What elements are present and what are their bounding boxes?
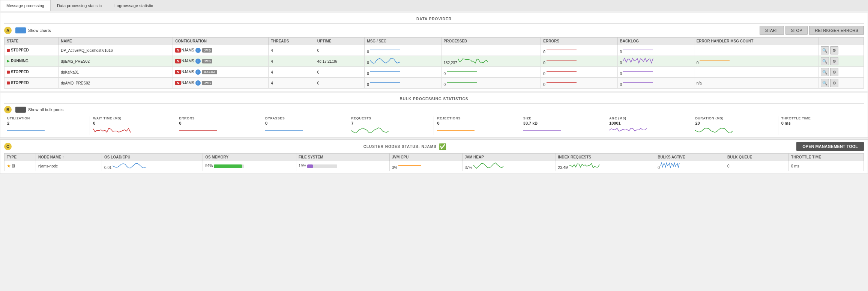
bulk-stat-label: WAIT TIME (MS) bbox=[93, 116, 173, 120]
cluster-title-center: CLUSTER NODES STATUS: NJAMS ✅ bbox=[13, 143, 796, 150]
cell-bulk-queue: 0 bbox=[725, 161, 789, 171]
data-provider-section: DATA PROVIDER A Show charts START STOP R… bbox=[0, 13, 868, 91]
cell-os-load: 0.01 bbox=[102, 161, 203, 171]
cluster-nodes-table: TYPE NODE NAME ↑ OS LOAD/CPU OS MEMORY F… bbox=[4, 153, 864, 171]
cell-errors: 0 bbox=[541, 78, 617, 89]
table-row: STOPPEDdpKafka01NNJAMS i KAFKA400 0 0 0 … bbox=[5, 67, 864, 78]
open-management-tool-button[interactable]: OPEN MANAGEMENT TOOL bbox=[796, 142, 864, 151]
cell-error-handler bbox=[694, 67, 818, 78]
cell-name: dpKafka01 bbox=[59, 67, 173, 78]
bulk-stat-label: REQUESTS bbox=[351, 116, 431, 120]
cell-index-requests: 23.4M bbox=[556, 161, 655, 171]
cell-backlog: 0 bbox=[617, 78, 694, 89]
tab-data-processing[interactable]: Data processing statistic bbox=[51, 0, 108, 11]
cell-backlog: 0 bbox=[617, 45, 694, 56]
bulk-stats-row: UTILIZATION2WAIT TIME (MS)0ERRORS0BYPASS… bbox=[4, 116, 864, 135]
cell-name: DP_ActiveMQ_localhost:61616 bbox=[59, 45, 173, 56]
cell-configuration: NNJAMS i KAFKA bbox=[173, 67, 269, 78]
col-index-requests: INDEX REQUESTS bbox=[556, 154, 655, 161]
bulk-stat-item: SIZE33.7 kB bbox=[520, 116, 606, 135]
bulk-stat-item: ERRORS0 bbox=[176, 116, 262, 135]
bulk-stat-value: 0 bbox=[265, 121, 345, 125]
col-state: STATE bbox=[5, 38, 59, 45]
section-b-badge: B bbox=[4, 106, 12, 113]
tab-logmessage[interactable]: Logmessage statistic bbox=[108, 0, 159, 11]
show-all-bulk-label: Show all bulk pools bbox=[28, 107, 63, 112]
bulk-stat-item: REQUESTS7 bbox=[348, 116, 434, 135]
bulk-stat-item: REJECTIONS0 bbox=[434, 116, 520, 135]
cell-state: STOPPED bbox=[5, 45, 59, 56]
cluster-section: C CLUSTER NODES STATUS: NJAMS ✅ OPEN MAN… bbox=[0, 139, 868, 174]
cell-name: dpEMS_PRES02 bbox=[59, 56, 173, 67]
cell-errors: 0 bbox=[541, 56, 617, 67]
show-all-bulk-toggle[interactable] bbox=[15, 107, 26, 113]
cell-actions: 🔍 ⚙ bbox=[818, 78, 864, 89]
cell-processed: 0 bbox=[441, 67, 541, 78]
bulk-stat-value: 0 ms bbox=[781, 121, 861, 125]
search-button[interactable]: 🔍 bbox=[821, 57, 829, 65]
bulk-stat-value: 10001 bbox=[609, 121, 689, 125]
col-error-handler: ERROR HANDLER MSG COUNT bbox=[694, 38, 818, 45]
col-os-memory: OS MEMORY bbox=[203, 154, 296, 161]
cell-configuration: NNJAMS i JMS bbox=[173, 78, 269, 89]
bulk-processing-section: BULK PROCESSING STATISTICS B Show all bu… bbox=[0, 93, 868, 138]
bulk-stat-label: SIZE bbox=[523, 116, 603, 120]
data-provider-header: DATA PROVIDER bbox=[4, 15, 864, 24]
start-button[interactable]: START bbox=[760, 26, 784, 35]
cell-state: STOPPED bbox=[5, 67, 59, 78]
col-msg-sec: MSG / SEC bbox=[365, 38, 441, 45]
bulk-stat-value: 0 bbox=[179, 121, 259, 125]
star-icon: ★ bbox=[7, 163, 11, 169]
bulk-stat-item: BYPASSES0 bbox=[262, 116, 348, 135]
settings-button[interactable]: ⚙ bbox=[830, 46, 838, 54]
search-button[interactable]: 🔍 bbox=[821, 79, 829, 87]
cell-actions: 🔍 ⚙ bbox=[818, 56, 864, 67]
stop-button[interactable]: STOP bbox=[785, 26, 808, 35]
cell-threads: 4 bbox=[269, 56, 315, 67]
bulk-stat-value: 33.7 kB bbox=[523, 121, 603, 125]
cell-error-handler: n/a bbox=[694, 78, 818, 89]
cell-uptime: 4d 17:21:36 bbox=[315, 56, 365, 67]
col-processed: PROCESSED bbox=[441, 38, 541, 45]
cell-processed: 132,237 bbox=[441, 56, 541, 67]
cell-configuration: NNJAMS i JMS bbox=[173, 45, 269, 56]
bulk-stat-item: THROTTLE TIME0 ms bbox=[778, 116, 864, 126]
col-os-load: OS LOAD/CPU bbox=[102, 154, 203, 161]
cell-processed: 0 bbox=[441, 78, 541, 89]
cell-uptime: 0 bbox=[315, 45, 365, 56]
node-table-row: ★🖥njams-node0.01 94% 19% 3% 37% 23.4M 0 … bbox=[5, 161, 864, 171]
show-charts-toggle[interactable] bbox=[15, 27, 26, 33]
tab-message-processing[interactable]: Message processing bbox=[0, 0, 51, 11]
tabs-bar: Message processing Data processing stati… bbox=[0, 0, 868, 11]
cell-msg-sec: 0 bbox=[365, 78, 441, 89]
col-errors: ERRORS bbox=[541, 38, 617, 45]
bulk-processing-header: BULK PROCESSING STATISTICS bbox=[4, 95, 864, 104]
col-bulks-active: BULKS ACTIVE bbox=[655, 154, 725, 161]
settings-button[interactable]: ⚙ bbox=[830, 68, 838, 76]
settings-button[interactable]: ⚙ bbox=[830, 79, 838, 87]
col-type: TYPE bbox=[5, 154, 36, 161]
bulk-controls: B Show all bulk pools bbox=[4, 106, 864, 113]
settings-button[interactable]: ⚙ bbox=[830, 57, 838, 65]
search-button[interactable]: 🔍 bbox=[821, 68, 829, 76]
cell-processed bbox=[441, 45, 541, 56]
col-backlog: BACKLOG bbox=[617, 38, 694, 45]
cell-throttle-time: 0 ms bbox=[789, 161, 864, 171]
section-a-badge: A bbox=[4, 27, 12, 34]
bulk-stat-label: DURATION (MS) bbox=[695, 116, 775, 120]
cell-type: ★🖥 bbox=[5, 161, 36, 171]
col-jvm-cpu: JVM CPU bbox=[389, 154, 462, 161]
col-configuration: CONFIGURATION bbox=[173, 38, 269, 45]
bulk-stat-item: DURATION (MS)20 bbox=[692, 116, 778, 135]
search-button[interactable]: 🔍 bbox=[821, 46, 829, 54]
cell-uptime: 0 bbox=[315, 67, 365, 78]
cell-threads: 4 bbox=[269, 67, 315, 78]
retrigger-button[interactable]: RETRIGGER ERRORS bbox=[809, 26, 864, 35]
cell-file-system: 19% bbox=[296, 161, 390, 171]
col-uptime: UPTIME bbox=[315, 38, 365, 45]
table-row: STOPPEDDP_ActiveMQ_localhost:61616NNJAMS… bbox=[5, 45, 864, 56]
cell-backlog: 0 bbox=[617, 67, 694, 78]
col-name: NAME bbox=[59, 38, 173, 45]
cell-state: STOPPED bbox=[5, 78, 59, 89]
bulk-stat-item: UTILIZATION2 bbox=[4, 116, 90, 135]
